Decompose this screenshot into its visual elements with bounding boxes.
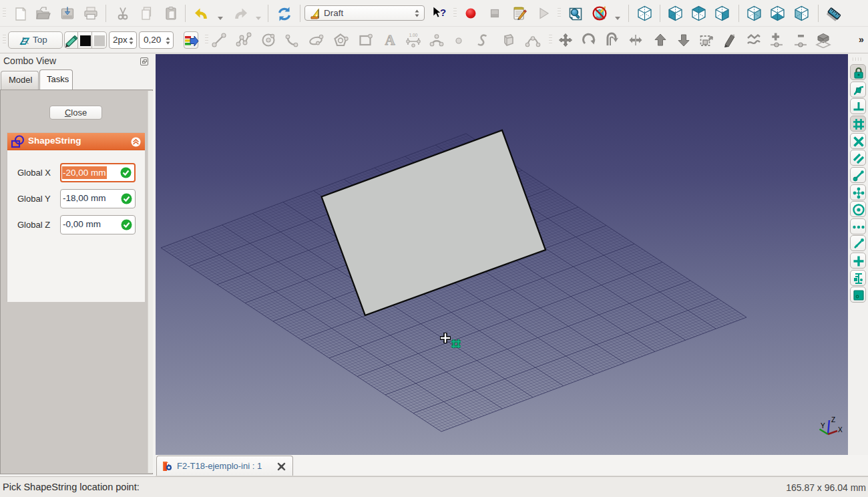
svg-text:A: A bbox=[385, 32, 395, 48]
svg-text:?: ? bbox=[440, 7, 446, 18]
svg-text:Z: Z bbox=[831, 416, 835, 424]
svg-text:X: X bbox=[838, 426, 843, 434]
svg-text:1.00: 1.00 bbox=[409, 33, 418, 37]
svg-text:Y: Y bbox=[821, 422, 825, 430]
